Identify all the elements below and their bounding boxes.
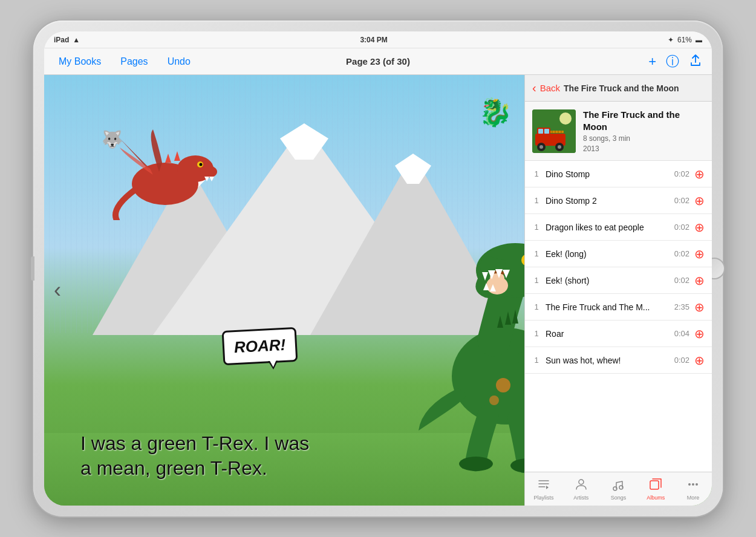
song-name-label: Eek! (short) — [546, 276, 665, 285]
song-item[interactable]: 1Eek! (short)0:02⊕ — [525, 267, 712, 294]
bluetooth-icon: ✦ — [668, 36, 674, 44]
song-name-label: Sun was hot, whew! — [546, 356, 665, 365]
song-duration-label: 0:02 — [670, 249, 689, 258]
song-name-label: Eek! (long) — [546, 249, 665, 259]
undo-button[interactable]: Undo — [163, 54, 195, 70]
side-button[interactable] — [31, 256, 34, 281]
music-tab-bar: Playlists Artists Songs Albums More — [525, 472, 712, 506]
song-duration-label: 0:02 — [670, 356, 689, 365]
wolf-left-icon: 🐺 — [102, 129, 123, 149]
tab-songs[interactable]: Songs — [600, 474, 637, 504]
svg-rect-39 — [538, 129, 543, 134]
share-button[interactable] — [689, 54, 702, 70]
status-right: ✦ 61% ▬ — [668, 36, 702, 44]
svg-marker-14 — [174, 151, 180, 161]
artists-tab-label: Artists — [573, 495, 588, 501]
song-track-number: 1 — [532, 356, 541, 365]
song-add-button[interactable]: ⊕ — [694, 275, 705, 287]
status-time: 3:04 PM — [360, 36, 387, 44]
pages-button[interactable]: Pages — [116, 54, 152, 70]
song-name-label: Dino Stomp — [546, 169, 665, 179]
album-title: The Fire Truck and the Moon — [583, 109, 705, 132]
song-item[interactable]: 1Dino Stomp0:02⊕ — [525, 161, 712, 187]
wifi-icon: ▲ — [73, 36, 80, 44]
song-add-button[interactable]: ⊕ — [694, 301, 705, 313]
song-item[interactable]: 1Roar0:04⊕ — [525, 321, 712, 347]
song-track-number: 1 — [532, 302, 541, 311]
tab-playlists[interactable]: Playlists — [525, 474, 562, 504]
svg-point-8 — [200, 166, 217, 178]
song-add-button[interactable]: ⊕ — [694, 195, 705, 207]
svg-point-58 — [688, 483, 691, 486]
tablet-device: iPad ▲ 3:04 PM ✦ 61% ▬ My Books Pages Un… — [33, 21, 723, 516]
song-track-number: 1 — [532, 276, 541, 285]
svg-rect-40 — [544, 129, 549, 134]
song-item[interactable]: 1Dino Stomp 20:02⊕ — [525, 187, 712, 214]
svg-marker-12 — [209, 177, 214, 181]
song-add-button[interactable]: ⊕ — [694, 168, 705, 180]
song-name-label: Dino Stomp 2 — [546, 196, 665, 206]
tab-more[interactable]: More — [674, 474, 712, 504]
svg-point-33 — [496, 378, 510, 392]
panel-title: The Fire Truck and the Moon — [564, 83, 705, 93]
song-track-number: 1 — [532, 249, 541, 258]
song-item[interactable]: 1Dragon likes to eat people0:02⊕ — [525, 214, 712, 241]
tab-albums[interactable]: Albums — [637, 474, 674, 504]
my-books-button[interactable]: My Books — [54, 54, 106, 70]
nav-arrow-left[interactable]: ‹ — [54, 278, 61, 303]
svg-point-44 — [558, 145, 561, 149]
svg-point-34 — [489, 395, 499, 405]
add-button[interactable]: + — [648, 55, 656, 68]
svg-marker-13 — [165, 154, 171, 163]
back-button[interactable]: Back — [540, 83, 560, 93]
song-track-number: 1 — [532, 329, 541, 338]
playlists-tab-icon — [537, 478, 550, 493]
music-panel: ‹ Back The Fire Truck and the Moon — [524, 75, 712, 506]
toolbar-left-buttons: My Books Pages Undo — [54, 54, 195, 70]
device-name-label: iPad — [54, 36, 69, 44]
song-duration-label: 2:35 — [670, 302, 689, 311]
svg-point-42 — [539, 145, 543, 149]
song-add-button[interactable]: ⊕ — [694, 221, 705, 233]
battery-icon: ▬ — [696, 36, 702, 44]
main-content: 🐺 🐉 — [44, 75, 712, 506]
song-add-button[interactable]: ⊕ — [694, 354, 705, 366]
playlists-tab-label: Playlists — [533, 495, 553, 501]
song-item[interactable]: 1Eek! (long)0:02⊕ — [525, 241, 712, 267]
back-chevron-icon: ‹ — [532, 81, 536, 95]
book-text: I was a green T-Rex. I was a mean, green… — [80, 431, 310, 481]
song-item[interactable]: 1Sun was hot, whew!0:02⊕ — [525, 347, 712, 374]
song-duration-label: 0:02 — [670, 276, 689, 285]
songs-tab-icon — [611, 478, 625, 493]
song-name-label: Roar — [546, 329, 665, 339]
song-list: 1Dino Stomp0:02⊕1Dino Stomp 20:02⊕1Drago… — [525, 161, 712, 472]
music-panel-header: ‹ Back The Fire Truck and the Moon — [525, 75, 712, 102]
info-button[interactable]: ⓘ — [666, 55, 679, 68]
albums-tab-label: Albums — [647, 495, 665, 501]
svg-marker-53 — [546, 486, 549, 489]
more-tab-icon — [686, 478, 700, 493]
tab-artists[interactable]: Artists — [562, 474, 600, 504]
svg-rect-57 — [650, 481, 659, 489]
song-name-label: Dragon likes to eat people — [546, 223, 665, 232]
status-bar: iPad ▲ 3:04 PM ✦ 61% ▬ — [44, 31, 712, 48]
artists-tab-icon — [575, 478, 588, 493]
svg-point-60 — [696, 483, 698, 486]
song-item[interactable]: 1The Fire Truck and The M...2:35⊕ — [525, 294, 712, 321]
album-meta-year: 2013 — [583, 145, 705, 153]
song-add-button[interactable]: ⊕ — [694, 328, 705, 340]
svg-point-10 — [200, 163, 203, 166]
album-details: The Fire Truck and the Moon 8 songs, 3 m… — [583, 109, 705, 153]
red-dragon-svg — [111, 123, 232, 220]
svg-point-59 — [692, 483, 694, 486]
song-add-button[interactable]: ⊕ — [694, 248, 705, 260]
svg-point-28 — [459, 457, 493, 471]
page-info-label: Page 23 (of 30) — [346, 56, 410, 67]
toolbar-right-buttons: + ⓘ — [648, 54, 702, 70]
more-tab-label: More — [687, 495, 700, 501]
svg-point-54 — [579, 480, 584, 484]
album-art — [532, 109, 576, 153]
song-duration-label: 0:04 — [670, 329, 689, 338]
roar-bubble: ROAR! — [222, 327, 298, 365]
songs-tab-label: Songs — [611, 495, 627, 501]
